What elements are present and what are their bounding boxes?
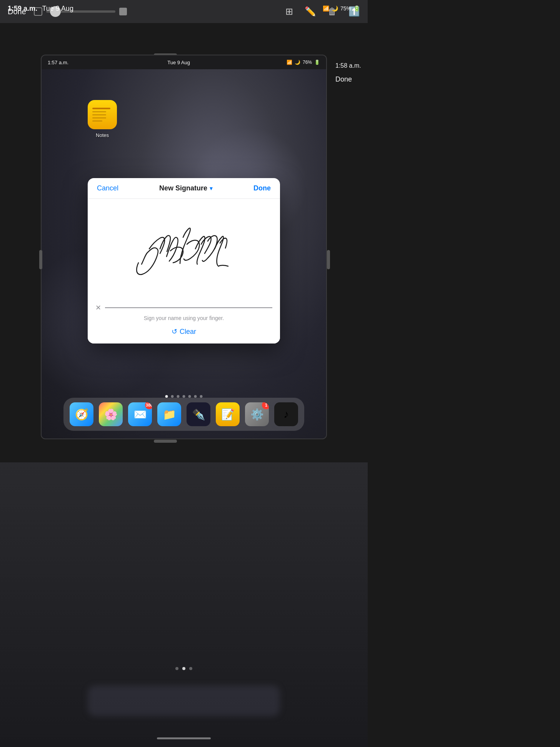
baseline-x-icon: ✕ — [95, 303, 101, 312]
side-panel-time: 1:58 a.m. — [329, 58, 367, 73]
clear-button[interactable]: ↺ Clear — [95, 327, 272, 336]
multitasking-icon[interactable]: ⊞ — [285, 6, 293, 17]
ipad-screenshot: 1:57 a.m. Tue 9 Aug 📶 🌙 76% 🔋 Notes — [41, 55, 327, 439]
baseline-line — [105, 307, 272, 308]
side-panel: 1:58 a.m. Done — [329, 55, 368, 208]
bottom-dot-2[interactable] — [182, 667, 185, 670]
outer-battery-icon: 🔋 — [353, 5, 360, 12]
signature-modal-header: Cancel New Signature ▾ Done — [88, 178, 280, 199]
modal-title: New Signature — [159, 184, 207, 192]
clear-label: Clear — [180, 328, 196, 336]
ipad-date: Tue 9 Aug — [167, 60, 190, 65]
ipad-time: 1:57 a.m. — [48, 60, 68, 65]
clear-refresh-icon: ↺ — [172, 327, 177, 336]
ipad-battery-icon: 🔋 — [314, 60, 320, 65]
signature-canvas[interactable] — [88, 199, 280, 299]
modal-cancel-button[interactable]: Cancel — [97, 184, 118, 192]
ipad-handle-right[interactable] — [327, 250, 330, 269]
bottom-blurred-dock — [88, 685, 280, 716]
signature-draw-area[interactable] — [88, 199, 280, 299]
outer-moon-icon: 🌙 — [332, 5, 338, 12]
bottom-dot-1[interactable] — [175, 667, 178, 670]
outer-date: Tue 9 Aug — [42, 5, 73, 12]
home-indicator[interactable] — [157, 737, 211, 739]
slider-end — [119, 8, 127, 15]
bottom-page-dots — [175, 667, 192, 670]
modal-chevron-icon[interactable]: ▾ — [210, 185, 213, 192]
signature-modal-overlay: Cancel New Signature ▾ Done — [42, 83, 326, 439]
ipad-wifi-icon: 📶 — [287, 60, 292, 65]
outer-battery-pct: 75% — [340, 5, 351, 12]
ipad-status-bar: 1:57 a.m. Tue 9 Aug 📶 🌙 76% 🔋 — [42, 55, 326, 69]
outer-time: 1:59 a.m. — [8, 5, 37, 12]
signature-baseline-row: ✕ — [95, 303, 272, 312]
side-panel-done[interactable]: Done — [329, 73, 358, 86]
signature-baseline-area: ✕ Sign your name using your finger. ↺ Cl… — [88, 299, 280, 343]
ipad-battery-pct: 76% — [303, 60, 312, 65]
sign-hint: Sign your name using your finger. — [95, 315, 272, 321]
ipad-moon-icon: 🌙 — [295, 60, 300, 65]
signature-modal: Cancel New Signature ▾ Done — [88, 178, 280, 343]
markup-icon[interactable]: ✏️ — [305, 6, 316, 17]
resize-handle-bottom[interactable] — [154, 440, 177, 443]
ipad-status-right: 📶 🌙 76% 🔋 — [287, 60, 320, 65]
bottom-dot-3[interactable] — [189, 667, 192, 670]
ipad-wallpaper: Notes Cancel New Signature ▾ Done — [42, 69, 326, 439]
modal-title-area: New Signature ▾ — [159, 184, 213, 192]
outer-wifi-icon: 📶 — [323, 5, 329, 12]
bottom-area — [0, 462, 368, 747]
modal-done-button[interactable]: Done — [253, 184, 271, 192]
